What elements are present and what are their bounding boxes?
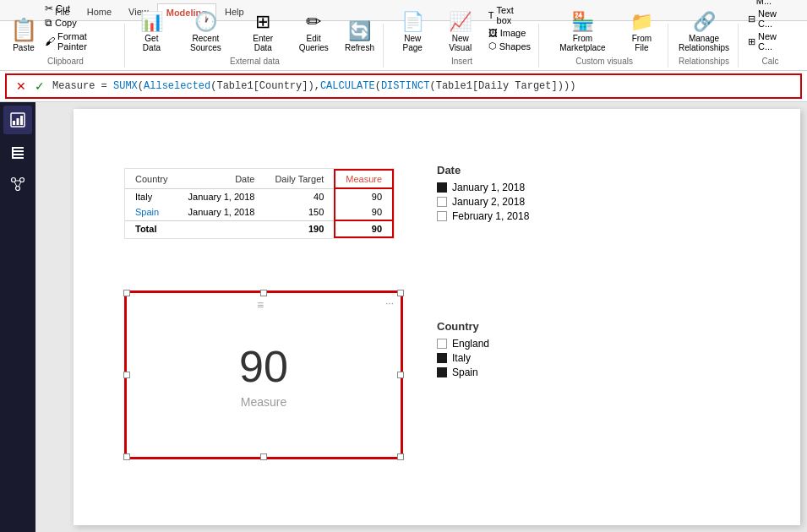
country-checkbox-2[interactable] <box>437 353 447 363</box>
cell-measure-2: 90 <box>335 204 393 220</box>
model-view-icon[interactable] <box>3 170 32 198</box>
clipboard-label: Clipboard <box>7 57 124 66</box>
get-data-button[interactable]: 📊 Get Data <box>132 9 172 54</box>
ribbon-content: 📋 Paste ✂ Cut ⧉ Copy 🖌 Format Painter <box>0 21 807 70</box>
calculations-label: Calc <box>740 57 800 66</box>
formula-cancel-button[interactable]: ✕ <box>14 79 29 94</box>
svg-rect-7 <box>12 157 24 159</box>
formula-confirm-button[interactable]: ✓ <box>32 79 47 94</box>
handle-bottom-center[interactable] <box>260 453 267 460</box>
card-visual[interactable]: ≡ ··· 90 Measure <box>124 290 403 459</box>
country-item-2[interactable]: Italy <box>437 352 489 364</box>
new-page-label: New Page <box>394 34 432 52</box>
formula-text[interactable]: Measure = SUMX(Allselected(Table1[Countr… <box>52 80 793 92</box>
cell-total-target: 190 <box>264 220 335 237</box>
canvas-page[interactable]: Country Date Daily Target Measure Italy … <box>74 109 800 525</box>
insert-small-group: T Text box 🖼 Image ⬡ Shapes <box>486 4 533 54</box>
shapes-icon: ⬡ <box>488 41 497 52</box>
enter-data-button[interactable]: ⊞ Enter Data <box>240 9 286 54</box>
handle-middle-left[interactable] <box>123 372 130 378</box>
cell-date-1: January 1, 2018 <box>178 188 265 204</box>
format-painter-button[interactable]: 🖌 Format Painter <box>42 30 119 52</box>
data-view-icon[interactable] <box>3 138 32 166</box>
marketplace-label: From Marketplace <box>549 34 616 52</box>
external-data-label: External data <box>127 57 383 66</box>
from-marketplace-button[interactable]: 🏪 From Marketplace <box>546 9 619 54</box>
handle-top-center[interactable] <box>260 290 267 296</box>
edit-queries-button[interactable]: ✏ Edit Queries <box>287 9 339 54</box>
scissors-icon: ✂ <box>45 3 53 14</box>
handle-middle-right[interactable] <box>397 372 404 378</box>
insert-group: 📄 New Page 📈 New Visual T Text box 🖼 Ima… <box>385 24 539 68</box>
new-table-label: New C... <box>758 31 793 52</box>
shapes-button[interactable]: ⬡ Shapes <box>486 40 533 52</box>
new-page-button[interactable]: 📄 New Page <box>390 9 435 54</box>
country-checkbox-3[interactable] <box>437 367 447 377</box>
from-file-label: From File <box>624 34 659 52</box>
new-measure-button[interactable]: Σ New M... <box>745 0 795 7</box>
manage-relationships-button[interactable]: 🔗 Manage Relationships <box>675 9 733 54</box>
cell-total-date <box>178 220 265 237</box>
marketplace-icon: 🏪 <box>571 11 594 33</box>
new-visual-button[interactable]: 📈 New Visual <box>437 9 484 54</box>
format-painter-icon: 🖌 <box>45 35 55 47</box>
date-checkbox-1[interactable] <box>437 182 447 193</box>
edit-queries-icon: ✏ <box>306 11 321 33</box>
copy-button[interactable]: ⧉ Copy <box>42 16 119 30</box>
drag-handle-icon[interactable]: ≡ <box>257 298 264 312</box>
date-item-3[interactable]: February 1, 2018 <box>437 210 529 222</box>
new-page-icon: 📄 <box>401 11 424 33</box>
report-view-icon[interactable] <box>3 106 32 134</box>
recent-sources-button[interactable]: 🕐 Recent Sources <box>173 9 238 54</box>
date-slicer-title: Date <box>437 164 529 176</box>
table-total-row: Total 190 90 <box>125 220 393 237</box>
image-label: Image <box>500 28 526 38</box>
from-file-button[interactable]: 📁 From File <box>621 9 663 54</box>
formula-controls: ✕ ✓ <box>14 79 47 94</box>
card-value: 90 <box>239 341 288 392</box>
refresh-label: Refresh <box>345 43 374 52</box>
country-label-3: Spain <box>452 366 478 378</box>
calc-small-group: Σ New M... ⊟ New C... ⊞ New C... <box>745 0 795 54</box>
calculations-group: Σ New M... ⊟ New C... ⊞ New C... Calc <box>740 24 800 68</box>
table-visual[interactable]: Country Date Daily Target Measure Italy … <box>124 168 395 239</box>
date-item-1[interactable]: January 1, 2018 <box>437 182 529 193</box>
cut-button[interactable]: ✂ Cut <box>42 2 119 15</box>
country-item-3[interactable]: Spain <box>437 366 489 378</box>
cell-target-2: 150 <box>264 204 335 220</box>
clipboard-group: 📋 Paste ✂ Cut ⧉ Copy 🖌 Format Painter <box>7 24 125 68</box>
country-checkbox-1[interactable] <box>437 339 447 349</box>
paste-button[interactable]: 📋 Paste <box>7 15 41 54</box>
enter-data-icon: ⊞ <box>255 11 270 33</box>
main-area: Country Date Daily Target Measure Italy … <box>0 102 807 532</box>
new-column-button[interactable]: ⊟ New C... <box>745 8 795 30</box>
image-button[interactable]: 🖼 Image <box>486 27 533 39</box>
recent-sources-icon: 🕐 <box>194 11 217 33</box>
date-item-2[interactable]: January 2, 2018 <box>437 196 529 208</box>
date-checkbox-3[interactable] <box>437 211 447 221</box>
get-data-icon: 📊 <box>140 11 163 33</box>
country-slicer-title: Country <box>437 320 489 333</box>
col-measure: Measure <box>335 170 393 188</box>
edit-queries-label: Edit Queries <box>291 34 335 52</box>
new-table-button[interactable]: ⊞ New C... <box>745 30 795 52</box>
card-more-icon[interactable]: ··· <box>385 297 394 309</box>
handle-bottom-left[interactable] <box>123 453 130 460</box>
text-box-label: Text box <box>497 5 532 25</box>
country-item-1[interactable]: England <box>437 338 489 350</box>
table-row: Italy January 1, 2018 40 90 <box>125 188 393 204</box>
refresh-button[interactable]: 🔄 Refresh <box>341 19 378 54</box>
text-box-button[interactable]: T Text box <box>486 4 533 26</box>
col-date: Date <box>178 170 265 188</box>
handle-bottom-right[interactable] <box>397 453 404 460</box>
col-daily-target: Daily Target <box>264 170 335 188</box>
recent-sources-label: Recent Sources <box>177 34 235 52</box>
paste-icon: 📋 <box>10 17 37 43</box>
new-table-icon: ⊞ <box>748 36 755 47</box>
date-checkbox-2[interactable] <box>437 197 447 207</box>
copy-label: Copy <box>55 18 77 28</box>
new-measure-icon: Σ <box>748 0 754 1</box>
handle-top-right[interactable] <box>397 290 404 296</box>
new-column-icon: ⊟ <box>748 14 755 24</box>
handle-top-left[interactable] <box>123 290 130 296</box>
